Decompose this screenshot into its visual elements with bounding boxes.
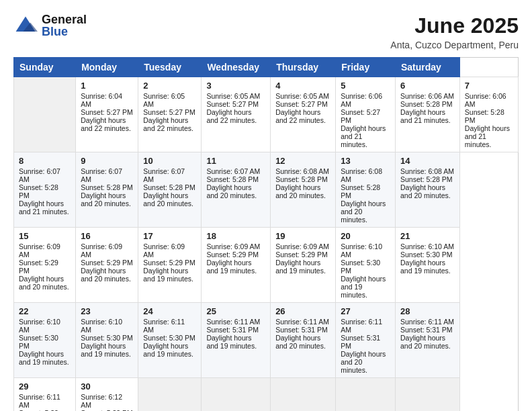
daylight: Daylight hours	[341, 275, 386, 283]
sunrise: Sunrise: 6:11 AM	[275, 318, 329, 326]
calendar-cell: 27Sunrise: 6:11 AMSunset: 5:31 PMDayligh…	[336, 303, 396, 378]
sunrise: Sunrise: 6:07 AM	[206, 167, 260, 175]
sunset: Sunset: 5:29 PM	[143, 259, 195, 267]
sunrise: Sunrise: 6:08 AM	[341, 167, 382, 183]
daylight: Daylight hours	[400, 334, 445, 342]
day-number: 30	[81, 381, 133, 392]
calendar-cell: 1Sunrise: 6:04 AMSunset: 5:27 PMDaylight…	[76, 77, 138, 152]
day-number: 8	[19, 156, 71, 166]
daylight: Daylight hours	[275, 108, 320, 116]
calendar-cell: 12Sunrise: 6:08 AMSunset: 5:28 PMDayligh…	[271, 152, 336, 228]
sunset: Sunset: 5:29 PM	[19, 259, 58, 275]
sunset: Sunset: 5:27 PM	[275, 100, 328, 108]
daylight-duration: and 20 minutes.	[341, 208, 367, 224]
daylight-duration: and 22 minutes.	[81, 124, 131, 132]
sunset: Sunset: 5:29 PM	[81, 259, 133, 267]
daylight: Daylight hours	[81, 191, 126, 199]
daylight-duration: and 19 minutes.	[341, 283, 367, 299]
calendar-cell: 21Sunrise: 6:10 AMSunset: 5:30 PMDayligh…	[395, 228, 459, 303]
calendar-cell: 5Sunrise: 6:06 AMSunset: 5:27 PMDaylight…	[336, 77, 396, 152]
daylight: Daylight hours	[400, 183, 445, 191]
logo-icon	[13, 13, 38, 38]
sunset: Sunset: 5:28 PM	[341, 183, 380, 199]
day-number: 24	[143, 306, 196, 316]
daylight-duration: and 20 minutes.	[275, 191, 326, 199]
calendar-table: SundayMondayTuesdayWednesdayThursdayFrid…	[13, 57, 519, 411]
sunrise: Sunrise: 6:09 AM	[275, 242, 329, 250]
weekday-header: Thursday	[271, 58, 336, 77]
sunset: Sunset: 5:31 PM	[275, 326, 328, 334]
sunrise: Sunrise: 6:08 AM	[275, 167, 329, 175]
logo-blue: Blue	[42, 26, 87, 38]
page-header: General Blue June 2025 Anta, Cuzco Depar…	[13, 13, 519, 50]
daylight-duration: and 20 minutes.	[81, 275, 131, 283]
calendar-cell: 14Sunrise: 6:08 AMSunset: 5:28 PMDayligh…	[395, 152, 459, 228]
weekday-header: Tuesday	[138, 58, 202, 77]
day-number: 23	[81, 306, 133, 316]
daylight: Daylight hours	[143, 191, 188, 199]
sunset: Sunset: 5:30 PM	[400, 250, 453, 259]
sunrise: Sunrise: 6:07 AM	[19, 167, 60, 183]
day-number: 2	[143, 81, 196, 91]
sunset: Sunset: 5:29 PM	[275, 250, 328, 259]
daylight: Daylight hours	[341, 350, 386, 358]
sunset: Sunset: 5:29 PM	[206, 250, 259, 259]
day-number: 3	[206, 81, 265, 91]
day-number: 18	[206, 231, 265, 241]
daylight-duration: and 20 minutes.	[341, 358, 367, 374]
daylight-duration: and 19 minutes.	[206, 267, 257, 275]
sunrise: Sunrise: 6:05 AM	[275, 92, 329, 100]
calendar-cell: 16Sunrise: 6:09 AMSunset: 5:29 PMDayligh…	[76, 228, 138, 303]
day-number: 15	[19, 231, 71, 241]
day-number: 17	[143, 231, 196, 241]
sunrise: Sunrise: 6:10 AM	[400, 242, 454, 250]
day-number: 13	[341, 156, 390, 166]
sunrise: Sunrise: 6:06 AM	[341, 92, 382, 108]
daylight: Daylight hours	[400, 259, 445, 267]
location: Anta, Cuzco Department, Peru	[390, 40, 519, 50]
sunrise: Sunrise: 6:11 AM	[400, 318, 454, 326]
sunrise: Sunrise: 6:11 AM	[143, 318, 185, 334]
weekday-header: Wednesday	[202, 58, 271, 77]
day-number: 20	[341, 231, 390, 241]
daylight: Daylight hours	[19, 275, 64, 283]
logo-text: General Blue	[42, 13, 87, 38]
calendar-cell: 4Sunrise: 6:05 AMSunset: 5:27 PMDaylight…	[271, 77, 336, 152]
calendar-cell: 18Sunrise: 6:09 AMSunset: 5:29 PMDayligh…	[202, 228, 271, 303]
calendar-cell: 23Sunrise: 6:10 AMSunset: 5:30 PMDayligh…	[76, 303, 138, 378]
sunset: Sunset: 5:30 PM	[143, 334, 195, 342]
sunset: Sunset: 5:28 PM	[400, 175, 453, 183]
sunrise: Sunrise: 6:10 AM	[81, 318, 122, 334]
day-number: 6	[400, 81, 455, 91]
calendar-cell	[202, 378, 271, 412]
day-number: 19	[275, 231, 330, 241]
weekday-header: Saturday	[395, 58, 459, 77]
daylight: Daylight hours	[341, 124, 386, 132]
calendar-cell: 22Sunrise: 6:10 AMSunset: 5:30 PMDayligh…	[14, 303, 76, 378]
daylight-duration: and 21 minutes.	[19, 208, 69, 216]
daylight-duration: and 20 minutes.	[81, 199, 131, 208]
sunrise: Sunrise: 6:09 AM	[19, 242, 60, 259]
sunset: Sunset: 5:28 PM	[143, 183, 195, 191]
daylight-duration: and 20 minutes.	[275, 342, 326, 350]
calendar-cell: 11Sunrise: 6:07 AMSunset: 5:28 PMDayligh…	[202, 152, 271, 228]
sunset: Sunset: 5:27 PM	[143, 108, 195, 116]
daylight: Daylight hours	[275, 259, 320, 267]
sunrise: Sunrise: 6:09 AM	[143, 242, 185, 259]
daylight: Daylight hours	[81, 342, 126, 350]
daylight-duration: and 20 minutes.	[19, 283, 69, 291]
sunrise: Sunrise: 6:06 AM	[400, 92, 454, 100]
daylight: Daylight hours	[400, 108, 445, 116]
daylight: Daylight hours	[206, 334, 251, 342]
calendar-cell: 29Sunrise: 6:11 AMSunset: 5:32 PMDayligh…	[14, 378, 76, 412]
calendar-cell: 2Sunrise: 6:05 AMSunset: 5:27 PMDaylight…	[138, 77, 202, 152]
sunset: Sunset: 5:31 PM	[206, 326, 259, 334]
sunrise: Sunrise: 6:09 AM	[81, 242, 122, 259]
daylight-duration: and 19 minutes.	[143, 350, 193, 358]
calendar-cell: 3Sunrise: 6:05 AMSunset: 5:27 PMDaylight…	[202, 77, 271, 152]
daylight-duration: and 22 minutes.	[143, 124, 193, 132]
day-number: 28	[400, 306, 455, 316]
logo-general: General	[42, 13, 87, 26]
sunrise: Sunrise: 6:04 AM	[81, 92, 122, 108]
daylight-duration: and 19 minutes.	[400, 267, 451, 275]
